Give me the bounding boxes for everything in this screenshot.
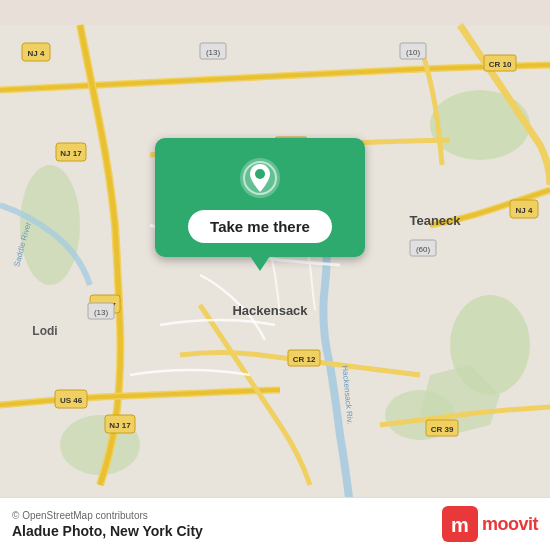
svg-text:CR 39: CR 39 (431, 425, 454, 434)
map-background: NJ 4 NJ 17 NJ 17 (13) (13) (10) CR 51 CR… (0, 0, 550, 550)
moovit-name: moovit (482, 514, 538, 535)
location-popup: Take me there (155, 138, 365, 257)
svg-text:US 46: US 46 (60, 396, 83, 405)
svg-text:NJ 4: NJ 4 (516, 206, 533, 215)
svg-text:NJ 4: NJ 4 (28, 49, 45, 58)
svg-point-42 (255, 169, 265, 179)
svg-text:Teaneck: Teaneck (409, 213, 461, 228)
svg-text:NJ 17: NJ 17 (109, 421, 131, 430)
svg-text:CR 12: CR 12 (293, 355, 316, 364)
copyright-text: © OpenStreetMap contributors (12, 510, 203, 521)
svg-text:CR 10: CR 10 (489, 60, 512, 69)
svg-point-1 (430, 90, 530, 160)
moovit-logo[interactable]: m moovit (442, 506, 538, 542)
moovit-icon: m (442, 506, 478, 542)
svg-text:(13): (13) (206, 48, 221, 57)
location-text: Aladue Photo, New York City (12, 523, 203, 539)
bottom-left: © OpenStreetMap contributors Aladue Phot… (12, 510, 203, 539)
svg-text:Lodi: Lodi (32, 324, 57, 338)
svg-text:(60): (60) (416, 245, 431, 254)
pin-icon (238, 156, 282, 200)
take-me-there-button[interactable]: Take me there (188, 210, 332, 243)
svg-text:(13): (13) (94, 308, 109, 317)
svg-text:m: m (451, 514, 469, 536)
bottom-bar: © OpenStreetMap contributors Aladue Phot… (0, 497, 550, 550)
map-container: NJ 4 NJ 17 NJ 17 (13) (13) (10) CR 51 CR… (0, 0, 550, 550)
svg-text:NJ 17: NJ 17 (60, 149, 82, 158)
svg-text:Hackensack: Hackensack (232, 303, 308, 318)
svg-text:(10): (10) (406, 48, 421, 57)
